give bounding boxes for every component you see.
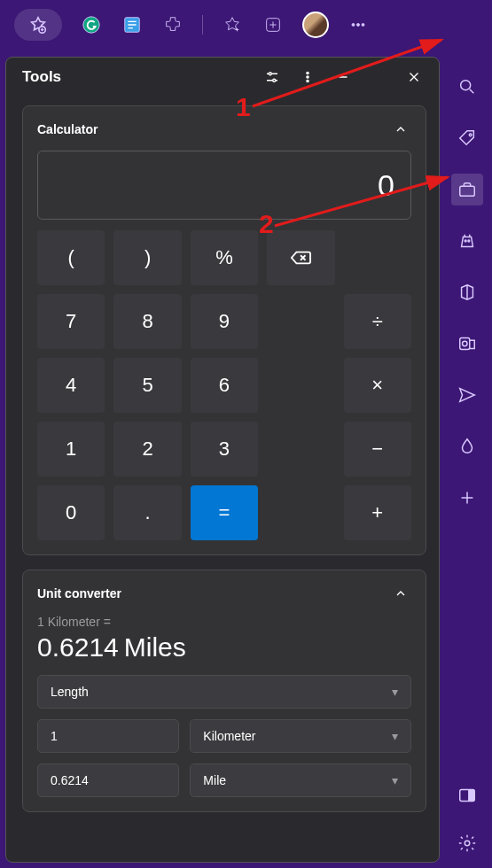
calc-key-9[interactable]: 9 xyxy=(191,294,258,349)
drop-icon[interactable] xyxy=(451,430,483,462)
calc-key-3[interactable]: 3 xyxy=(191,422,258,477)
calc-key-7[interactable]: 7 xyxy=(37,294,105,349)
svg-point-6 xyxy=(362,24,364,27)
uc-result-value: 0.6214 xyxy=(37,632,119,662)
svg-rect-9 xyxy=(460,186,475,196)
browser-toolbar xyxy=(0,0,492,50)
uc-input-value[interactable]: 1 xyxy=(37,719,179,753)
tag-icon[interactable] xyxy=(451,122,483,154)
svg-point-13 xyxy=(463,341,468,346)
chevron-up-icon xyxy=(394,122,408,136)
uc-output-value[interactable]: 0.6214 xyxy=(37,763,179,797)
calc-key-equals[interactable]: = xyxy=(191,485,258,540)
panel-close-button[interactable] xyxy=(396,59,432,95)
svg-point-21 xyxy=(307,80,308,81)
outlook-icon[interactable] xyxy=(451,328,483,360)
toolbar-divider xyxy=(202,15,203,35)
panel-toggle-icon[interactable] xyxy=(451,779,483,811)
uc-result-unit: Miles xyxy=(124,632,186,662)
svg-point-7 xyxy=(461,81,471,90)
calculator-title: Calculator xyxy=(37,122,98,136)
calc-key-0[interactable]: 0 xyxy=(37,485,105,540)
dropdown-arrow-icon: ▾ xyxy=(392,685,398,699)
send-icon[interactable] xyxy=(451,379,483,411)
settings-icon[interactable] xyxy=(451,827,483,859)
panel-minimize-button[interactable] xyxy=(325,59,361,95)
add-icon[interactable] xyxy=(451,482,483,514)
svg-point-20 xyxy=(307,76,308,78)
uc-input-unit-select[interactable]: Kilometer ▾ xyxy=(190,719,411,753)
calc-key-decimal[interactable]: . xyxy=(113,485,181,540)
panel-more-button[interactable] xyxy=(290,59,325,95)
svg-point-11 xyxy=(468,240,470,242)
uc-result: 0.6214Miles xyxy=(37,632,411,663)
calc-key-5[interactable]: 5 xyxy=(113,358,181,413)
notes-icon[interactable] xyxy=(121,13,144,36)
games-icon[interactable] xyxy=(451,225,483,257)
unit-converter-widget: Unit converter 1 Kilometer = 0.6214Miles… xyxy=(22,570,426,812)
more-icon[interactable] xyxy=(347,13,370,36)
sidebar-bottom xyxy=(442,779,492,859)
favorites-add-button[interactable] xyxy=(14,9,62,41)
math-solver-icon[interactable] xyxy=(262,13,285,36)
uc-category-select[interactable]: Length ▾ xyxy=(37,675,411,709)
tools-panel: Tools Calculator 0 ( ) % xyxy=(5,57,440,863)
uc-input-unit: Kilometer xyxy=(203,729,255,743)
grammarly-icon[interactable] xyxy=(80,13,103,36)
unit-converter-collapse-button[interactable] xyxy=(390,583,411,604)
search-icon[interactable] xyxy=(451,71,483,103)
calc-key-lparen[interactable]: ( xyxy=(37,230,105,285)
calc-key-divide[interactable]: ÷ xyxy=(344,294,411,349)
svg-point-18 xyxy=(273,79,276,81)
uc-from-label: 1 Kilometer = xyxy=(37,615,411,629)
calc-key-plus[interactable]: + xyxy=(344,485,411,540)
svg-point-19 xyxy=(307,72,308,74)
unit-converter-title: Unit converter xyxy=(37,586,121,601)
panel-scroll-area[interactable]: Calculator 0 ( ) % 7 8 9 ÷ 4 5 xyxy=(6,97,439,862)
panel-title: Tools xyxy=(22,68,61,86)
svg-rect-15 xyxy=(469,790,474,802)
edge-sidebar xyxy=(442,0,492,868)
svg-point-16 xyxy=(465,841,470,846)
calc-key-backspace[interactable] xyxy=(267,230,334,285)
extensions-icon[interactable] xyxy=(161,13,184,36)
chevron-up-icon xyxy=(394,586,408,601)
calc-key-6[interactable]: 6 xyxy=(191,358,258,413)
panel-pin-button[interactable] xyxy=(361,59,396,95)
uc-output-unit: Mile xyxy=(203,773,226,787)
star-add-icon xyxy=(27,13,50,36)
collections-icon[interactable] xyxy=(221,13,244,36)
svg-point-8 xyxy=(469,134,472,136)
uc-output-unit-select[interactable]: Mile ▾ xyxy=(190,763,411,797)
dropdown-arrow-icon: ▾ xyxy=(392,773,398,787)
svg-rect-12 xyxy=(460,338,470,350)
calc-key-multiply[interactable]: × xyxy=(344,358,411,413)
calc-key-2[interactable]: 2 xyxy=(113,422,181,477)
office-icon[interactable] xyxy=(451,276,483,308)
dropdown-arrow-icon: ▾ xyxy=(392,729,398,743)
svg-point-4 xyxy=(352,24,355,27)
panel-settings-button[interactable] xyxy=(254,59,290,95)
panel-header: Tools xyxy=(6,58,439,97)
svg-point-1 xyxy=(83,17,99,33)
tools-icon[interactable] xyxy=(451,174,483,205)
calc-key-minus[interactable]: − xyxy=(344,422,411,477)
svg-point-10 xyxy=(465,240,466,242)
svg-point-5 xyxy=(357,24,360,27)
calculator-widget: Calculator 0 ( ) % 7 8 9 ÷ 4 5 xyxy=(22,105,426,555)
profile-avatar[interactable] xyxy=(302,12,329,38)
calc-key-8[interactable]: 8 xyxy=(113,294,181,349)
calc-key-1[interactable]: 1 xyxy=(37,422,105,477)
calculator-collapse-button[interactable] xyxy=(390,119,411,140)
calc-key-rparen[interactable]: ) xyxy=(113,230,181,285)
calculator-display: 0 xyxy=(37,151,411,220)
uc-category-value: Length xyxy=(51,685,89,699)
backspace-icon xyxy=(289,248,312,267)
calc-key-4[interactable]: 4 xyxy=(37,358,105,413)
calculator-keypad: ( ) % 7 8 9 ÷ 4 5 6 × 1 2 3 xyxy=(37,230,411,540)
calc-key-percent[interactable]: % xyxy=(191,230,258,285)
svg-point-17 xyxy=(269,73,271,75)
